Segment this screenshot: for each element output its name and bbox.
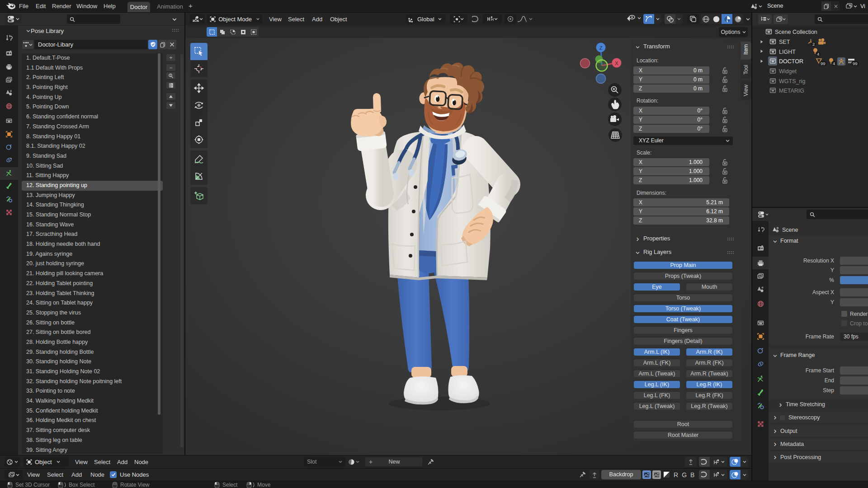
svg-text:?: ? — [170, 84, 172, 87]
